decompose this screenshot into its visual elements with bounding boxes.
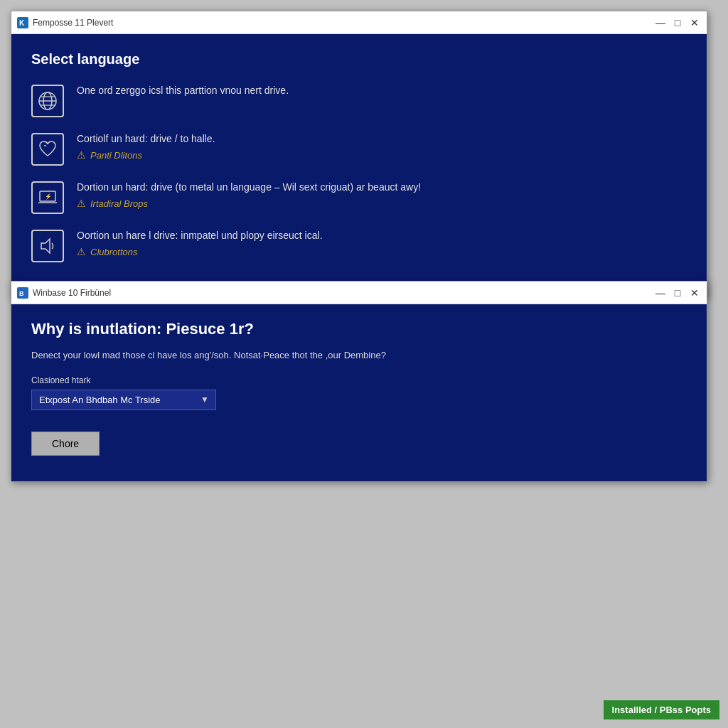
lang-text-3: Dortion un hard: drive (to metal un lang… <box>77 180 687 209</box>
title-bar-left-2: B Winbase 10 Firbünel <box>17 287 111 299</box>
window-controls-1: — □ ✕ <box>654 16 701 29</box>
language-item-2: Cortiolf un hard: drive / to halle. ⚠ Pa… <box>31 132 687 166</box>
minimize-button-1[interactable]: — <box>654 16 667 29</box>
warning-line-4: ⚠ Clubrottons <box>77 246 687 257</box>
title-bar-2: B Winbase 10 Firbünel — □ ✕ <box>11 282 707 304</box>
dropdown-select[interactable]: Etxpost An Bhdbah Mc Trside <box>31 390 216 410</box>
svg-text:⚡: ⚡ <box>45 193 52 200</box>
warning-text-4: Clubrottons <box>90 247 137 257</box>
app-icon-1: K <box>17 17 28 28</box>
window-content-2: Why is inutlation: Piesuce 1r? Denect yo… <box>11 304 707 481</box>
dialog-title: Why is inutlation: Piesuce 1r? <box>31 320 687 338</box>
language-item-1: One ord zerggo icsl this parttion vnou n… <box>31 83 687 117</box>
title-bar-left-1: K Femposse 11 Plevert <box>17 17 113 28</box>
window-title-2: Winbase 10 Firbünel <box>33 288 111 298</box>
lang-desc-4: Oortion un hare l drive: inmpatel und pl… <box>77 228 687 243</box>
lang-text-2: Cortiolf un hard: drive / to halle. ⚠ Pa… <box>77 132 687 161</box>
window-winbase: B Winbase 10 Firbünel — □ ✕ Why is inutl… <box>11 281 707 482</box>
warning-line-3: ⚠ Irtadiral Brops <box>77 198 687 209</box>
window-controls-2: — □ ✕ <box>654 287 701 299</box>
field-label: Clasioned htark <box>31 375 687 385</box>
laptop-icon: ⚡ <box>31 181 64 214</box>
warning-line-2: ⚠ Panti Dlitons <box>77 149 687 161</box>
close-button-2[interactable]: ✕ <box>688 287 701 299</box>
lang-text-4: Oortion un hare l drive: inmpatel und pl… <box>77 228 687 257</box>
maximize-button-1[interactable]: □ <box>671 16 684 29</box>
window-femposse: K Femposse 11 Plevert — □ ✕ Select langu… <box>11 11 707 299</box>
dropdown-wrapper: Etxpost An Bhdbah Mc Trside ▼ <box>31 390 216 410</box>
title-bar-1: K Femposse 11 Plevert — □ ✕ <box>11 11 707 34</box>
close-button-1[interactable]: ✕ <box>688 16 701 29</box>
warning-text-3: Irtadiral Brops <box>90 198 148 209</box>
window-content-1: Select language One ord zerggo icsl this… <box>11 34 707 298</box>
lang-desc-3: Dortion un hard: drive (to metal un lang… <box>77 180 687 195</box>
heart-icon <box>31 133 64 166</box>
window-title-1: Femposse 11 Plevert <box>33 18 113 28</box>
desktop: K Femposse 11 Plevert — □ ✕ Select langu… <box>0 0 728 728</box>
svg-text:B: B <box>19 290 24 297</box>
maximize-button-2[interactable]: □ <box>671 287 684 299</box>
lang-desc-1: One ord zerggo icsl this parttion vnou n… <box>77 83 687 98</box>
svg-marker-10 <box>41 239 50 253</box>
lang-desc-2: Cortiolf un hard: drive / to halle. <box>77 132 687 146</box>
globe-icon <box>31 85 64 117</box>
lang-text-1: One ord zerggo icsl this parttion vnou n… <box>77 83 687 101</box>
warning-icon-3: ⚠ <box>77 198 86 209</box>
language-item-4: Oortion un hare l drive: inmpatel und pl… <box>31 228 687 262</box>
dialog-description: Denect your lowl mad those cl have los a… <box>31 348 687 363</box>
app-icon-2: B <box>17 287 28 299</box>
minimize-button-2[interactable]: — <box>654 287 667 299</box>
status-badge: Installled / PBss Popts <box>604 700 719 719</box>
chore-button[interactable]: Chore <box>31 432 100 456</box>
speaker-icon <box>31 230 64 262</box>
warning-icon-4: ⚠ <box>77 246 86 257</box>
warning-icon-2: ⚠ <box>77 149 86 161</box>
warning-text-2: Panti Dlitons <box>90 150 142 161</box>
svg-text:K: K <box>19 19 25 27</box>
language-item-3: ⚡ Dortion un hard: drive (to metal un la… <box>31 180 687 214</box>
section-title: Select language <box>31 51 687 68</box>
